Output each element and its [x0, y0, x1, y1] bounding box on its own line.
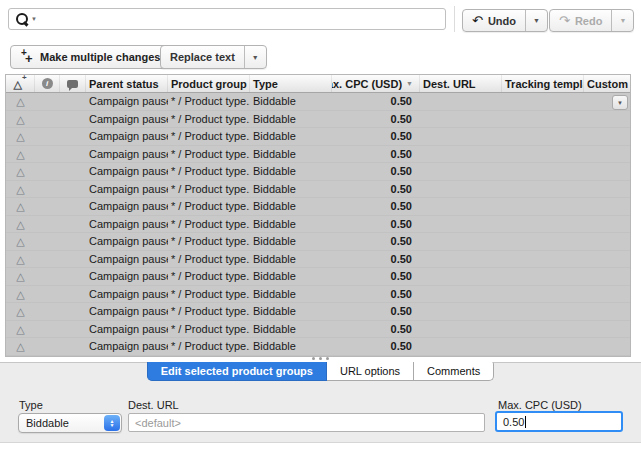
change-indicator-cell: △ [6, 165, 35, 177]
product-group-cell: * / Product type... [168, 165, 250, 177]
change-indicator-cell: △ [6, 253, 35, 265]
column-header-type[interactable]: Type [250, 75, 332, 92]
max-cpc-cell: 0.50 [332, 340, 420, 352]
type-cell: Biddable [250, 200, 332, 212]
search-input[interactable]: ▼ [8, 8, 446, 30]
table-row[interactable]: △ Campaign paused * / Product type... Bi… [6, 338, 630, 356]
splitter-dot [326, 357, 329, 360]
type-cell: Biddable [250, 148, 332, 160]
change-indicator-cell: △ [6, 218, 35, 230]
max-cpc-cell: 0.50 [332, 218, 420, 230]
column-header-parent-status[interactable]: Parent status [86, 75, 168, 92]
product-group-cell: * / Product type... [168, 95, 250, 107]
column-header-dest-url[interactable]: Dest. URL [420, 75, 502, 92]
change-triangle-icon: △ [16, 95, 24, 107]
product-group-cell: * / Product type... [168, 253, 250, 265]
table-row[interactable]: △ Campaign paused * / Product type... Bi… [6, 268, 630, 286]
replace-text-button[interactable]: Replace text [161, 46, 244, 68]
table-row[interactable]: △ Campaign paused * / Product type... Bi… [6, 286, 630, 304]
product-group-cell: * / Product type... [168, 340, 250, 352]
parent-status-cell: Campaign paused [86, 200, 168, 212]
replace-text-dropdown-button[interactable]: ▼ [244, 46, 266, 68]
change-triangle-icon: △ [16, 165, 24, 177]
max-cpc-cell: 0.50 [332, 165, 420, 177]
search-icon[interactable] [15, 12, 29, 26]
change-indicator-cell: △ [6, 200, 35, 212]
panel-resize-handle[interactable] [0, 355, 641, 362]
max-cpc-value: 0.50 [503, 416, 524, 428]
edit-panel-tabs: Edit selected product groups URL options… [0, 362, 641, 381]
tab-url-options[interactable]: URL options [327, 362, 414, 381]
search-dropdown-caret-icon[interactable]: ▼ [31, 16, 37, 22]
chevron-down-icon: ▼ [533, 17, 540, 24]
column-header-tracking-template[interactable]: Tracking templat [502, 75, 584, 92]
max-cpc-input[interactable]: 0.50 [495, 411, 623, 432]
tab-comments[interactable]: Comments [414, 362, 494, 381]
type-cell: Biddable [250, 270, 332, 282]
type-cell: Biddable [250, 288, 332, 300]
undo-dropdown-button[interactable]: ▼ [525, 10, 547, 31]
table-row[interactable]: △ Campaign paused * / Product type... Bi… [6, 111, 630, 129]
type-cell: Biddable [250, 165, 332, 177]
type-cell: Biddable [250, 305, 332, 317]
column-header-comments[interactable] [60, 75, 86, 92]
redo-button[interactable]: ↷ Redo [550, 10, 611, 31]
max-cpc-cell: 0.50 [332, 305, 420, 317]
product-group-cell: * / Product type... [168, 305, 250, 317]
product-group-cell: * / Product type... [168, 270, 250, 282]
change-indicator-cell: △ [6, 183, 35, 195]
chevron-down-icon: ▼ [252, 54, 259, 61]
type-select[interactable]: Biddable ▲ ▼ [18, 413, 122, 433]
table-row[interactable]: △ Campaign paused * / Product type... Bi… [6, 303, 630, 321]
change-indicator-cell: △ [6, 305, 35, 317]
column-header-product-group[interactable]: Product group [168, 75, 250, 92]
info-icon: i [42, 78, 53, 89]
change-indicator-cell: △ [6, 288, 35, 300]
column-header-changes[interactable]: △+ [6, 75, 35, 92]
change-indicator-cell: △ [6, 130, 35, 142]
make-multiple-changes-label: Make multiple changes [40, 51, 160, 63]
table-row[interactable]: △ Campaign paused * / Product type... Bi… [6, 251, 630, 269]
make-multiple-changes-button[interactable]: ++ Make multiple changes [10, 45, 171, 69]
table-row[interactable]: △ Campaign paused * / Product type... Bi… [6, 233, 630, 251]
product-group-cell: * / Product type... [168, 288, 250, 300]
change-triangle-icon: △ [16, 288, 24, 300]
product-groups-table: △+ i Parent status Product group Type ax… [5, 74, 631, 357]
redo-button-group: ↷ Redo ▼ [549, 9, 634, 32]
product-group-cell: * / Product type... [168, 323, 250, 335]
column-header-errors[interactable]: i [35, 75, 60, 92]
product-group-cell: * / Product type... [168, 130, 250, 142]
table-row[interactable]: △ Campaign paused * / Product type... Bi… [6, 146, 630, 164]
table-row[interactable]: △ Campaign paused * / Product type... Bi… [6, 181, 630, 199]
column-header-custom-parameters[interactable]: Custom p [584, 75, 630, 92]
tab-edit-selected-product-groups[interactable]: Edit selected product groups [147, 362, 327, 381]
parent-status-cell: Campaign paused [86, 288, 168, 300]
parent-status-cell: Campaign paused [86, 113, 168, 125]
change-triangle-icon: △ [16, 323, 24, 335]
redo-dropdown-button[interactable]: ▼ [611, 10, 633, 31]
parent-status-cell: Campaign paused [86, 95, 168, 107]
parent-status-cell: Campaign paused [86, 323, 168, 335]
table-row[interactable]: △ Campaign paused * / Product type... Bi… [6, 321, 630, 339]
change-triangle-icon: △ [16, 253, 24, 265]
table-row[interactable]: △ Campaign paused * / Product type... Bi… [6, 93, 630, 111]
chevron-down-icon: ▼ [617, 100, 623, 106]
table-row[interactable]: △ Campaign paused * / Product type... Bi… [6, 163, 630, 181]
table-row[interactable]: △ Campaign paused * / Product type... Bi… [6, 216, 630, 234]
undo-button[interactable]: ↶ Undo [463, 10, 525, 31]
max-cpc-cell: 0.50 [332, 323, 420, 335]
filter-icon[interactable]: ▼ [406, 80, 413, 87]
column-options-button[interactable]: ▼ [612, 95, 628, 110]
parent-status-cell: Campaign paused [86, 235, 168, 247]
table-row[interactable]: △ Campaign paused * / Product type... Bi… [6, 198, 630, 216]
change-triangle-icon: △ [16, 148, 24, 160]
column-header-max-cpc[interactable]: ax. CPC (USD) ▼ [332, 75, 420, 92]
change-indicator-cell: △ [6, 235, 35, 247]
dest-url-input[interactable]: <default> [128, 413, 485, 432]
type-cell: Biddable [250, 218, 332, 230]
max-cpc-cell: 0.50 [332, 183, 420, 195]
table-row[interactable]: △ Campaign paused * / Product type... Bi… [6, 128, 630, 146]
type-cell: Biddable [250, 95, 332, 107]
parent-status-cell: Campaign paused [86, 183, 168, 195]
splitter-dot [312, 357, 315, 360]
